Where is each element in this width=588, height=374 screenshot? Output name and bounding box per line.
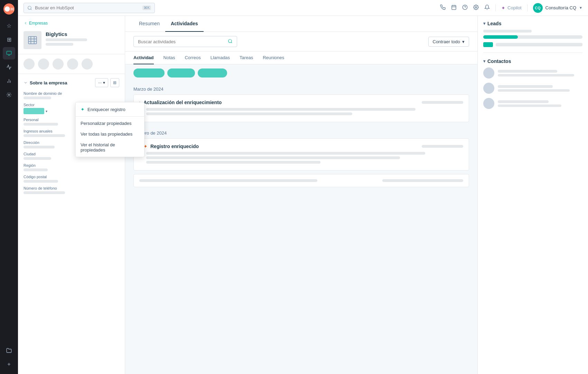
tab-actividades[interactable]: Actividades <box>165 16 204 32</box>
card-title-row-enriched: › ✦ Registro enriquecido <box>139 144 199 149</box>
svg-point-16 <box>475 7 477 8</box>
property-value-direccion <box>24 146 55 148</box>
app-container: H ☆ ⊞ + ⌘K <box>0 0 588 374</box>
copilot-button[interactable]: ✦ Copilot <box>501 5 521 11</box>
company-info: Biglytics <box>24 30 119 51</box>
about-controls: ··· ▾ ⊞ <box>95 78 119 87</box>
contact-info-1 <box>498 70 582 76</box>
about-grid-btn[interactable]: ⊞ <box>110 78 119 87</box>
search-input[interactable] <box>35 5 140 10</box>
filter-chips <box>125 64 477 82</box>
view-all-props-menu-item[interactable]: Ver todas las propiedades <box>76 129 144 139</box>
filter-chip-3[interactable] <box>198 69 227 77</box>
contact-avatar-2 <box>483 83 494 94</box>
subtab-reuniones-label: Reuniones <box>263 55 284 60</box>
calendar-icon[interactable] <box>451 4 457 11</box>
search-activities-input[interactable] <box>138 39 225 44</box>
property-label-domain: Nombre de dominio de <box>24 91 119 95</box>
copilot-label: Copilot <box>507 5 521 10</box>
contact-detail-sk-1 <box>498 74 574 76</box>
customize-label: Personalizar propiedades <box>81 121 131 126</box>
subtab-tareas[interactable]: Tareas <box>240 52 253 64</box>
bell-icon[interactable] <box>484 4 490 11</box>
property-value-postal <box>24 180 58 183</box>
customize-props-menu-item[interactable]: Personalizar propiedades <box>76 118 144 129</box>
contacts-icon[interactable] <box>3 47 15 60</box>
user-dropdown-arrow: ▼ <box>579 6 582 10</box>
main-tabs: Resumen Actividades <box>125 16 477 32</box>
action-btn-2[interactable] <box>38 58 49 70</box>
collapse-btn-arrow: ▾ <box>462 39 465 44</box>
company-details: Biglytics <box>46 31 87 47</box>
collapse-all-btn[interactable]: Contraer todo ▾ <box>428 37 469 47</box>
files-icon[interactable] <box>3 344 15 357</box>
subtab-actividad[interactable]: Actividad <box>133 52 154 64</box>
card-timestamp <box>422 101 463 104</box>
filter-chip-2[interactable] <box>167 69 195 77</box>
leads-icon-chip <box>483 42 493 47</box>
property-value-ciudad <box>24 157 51 160</box>
svg-rect-1 <box>7 51 11 54</box>
property-label-postal: Código postal <box>24 175 119 179</box>
contacts-title: Contactos <box>487 58 511 64</box>
tab-resumen[interactable]: Resumen <box>133 16 165 32</box>
leads-section-header[interactable]: ▾ Leads <box>483 21 582 26</box>
contacts-section-header[interactable]: ▾ Contactos <box>483 58 582 64</box>
subtab-notas[interactable]: Notas <box>164 52 175 64</box>
view-history-label: Ver el historial de propiedades <box>81 142 139 153</box>
svg-line-19 <box>231 42 232 43</box>
subtab-llamadas[interactable]: Llamadas <box>211 52 230 64</box>
contacts-chevron-icon: ▾ <box>483 59 485 64</box>
company-logo <box>24 31 41 49</box>
action-btn-3[interactable] <box>53 58 64 70</box>
phone-icon[interactable] <box>440 4 446 11</box>
global-search-bar[interactable]: ⌘K <box>24 3 155 13</box>
subtab-correos[interactable]: Correos <box>185 52 200 64</box>
search-shortcut: ⌘K <box>142 6 151 10</box>
sector-tag <box>24 108 44 114</box>
leads-info-sk <box>496 43 582 46</box>
filter-chip-1[interactable] <box>133 69 165 77</box>
about-dropdown-btn[interactable]: ··· ▾ <box>95 78 108 87</box>
settings-icon[interactable] <box>473 4 479 11</box>
leads-bar-fill <box>483 35 518 39</box>
bookmark-icon[interactable]: ☆ <box>3 19 15 32</box>
right-panel: ▾ Leads ▾ Contactos <box>477 16 588 374</box>
tab-actividades-label: Actividades <box>171 21 198 26</box>
svg-point-18 <box>228 39 232 42</box>
subtab-reuniones[interactable]: Reuniones <box>263 52 284 64</box>
card-header-enriched: › ✦ Registro enriquecido <box>139 144 463 149</box>
reports-icon[interactable] <box>3 75 15 87</box>
leads-item-row <box>483 42 582 47</box>
card-title-row: › Actualización del enriquecimiento <box>139 100 222 105</box>
breadcrumb[interactable]: Empresas <box>24 21 119 26</box>
hubspot-logo[interactable]: H <box>3 3 15 15</box>
action-btn-1[interactable] <box>24 58 35 70</box>
card-title-enrichment: Actualización del enriquecimiento <box>143 100 222 105</box>
left-panel-header: Empresas Biglytics <box>18 16 125 54</box>
svg-point-0 <box>5 7 10 12</box>
automation-icon[interactable] <box>3 89 15 101</box>
leads-title: Leads <box>487 21 501 26</box>
enrich-menu-item[interactable]: ✦ Enriquecer registro <box>76 104 144 115</box>
action-btn-4[interactable] <box>67 58 78 70</box>
card-enriched-sk-1 <box>146 152 425 155</box>
plus-icon[interactable]: + <box>3 358 15 371</box>
about-dropdown-arrow: ▾ <box>103 80 105 85</box>
user-menu[interactable]: CQ Consultoría CQ ▼ <box>533 3 583 13</box>
contact-name-sk-2 <box>498 85 553 88</box>
marketing-icon[interactable] <box>3 61 15 73</box>
action-btn-5[interactable] <box>82 58 93 70</box>
contact-avatar-3 <box>483 98 494 109</box>
contact-item-1 <box>483 67 582 79</box>
icon-sidebar: H ☆ ⊞ + <box>0 0 18 374</box>
date-header-marzo: Marzo de 2024 <box>133 82 469 94</box>
search-activities[interactable] <box>133 36 237 47</box>
property-value-region <box>24 168 48 171</box>
left-panel: Empresas Biglytics <box>18 16 125 374</box>
dashboard-icon[interactable]: ⊞ <box>3 33 15 46</box>
property-postal: Código postal <box>24 175 119 183</box>
view-history-menu-item[interactable]: Ver el historial de propiedades <box>76 139 144 155</box>
help-icon[interactable] <box>462 4 468 11</box>
property-label-region: Región <box>24 163 119 167</box>
